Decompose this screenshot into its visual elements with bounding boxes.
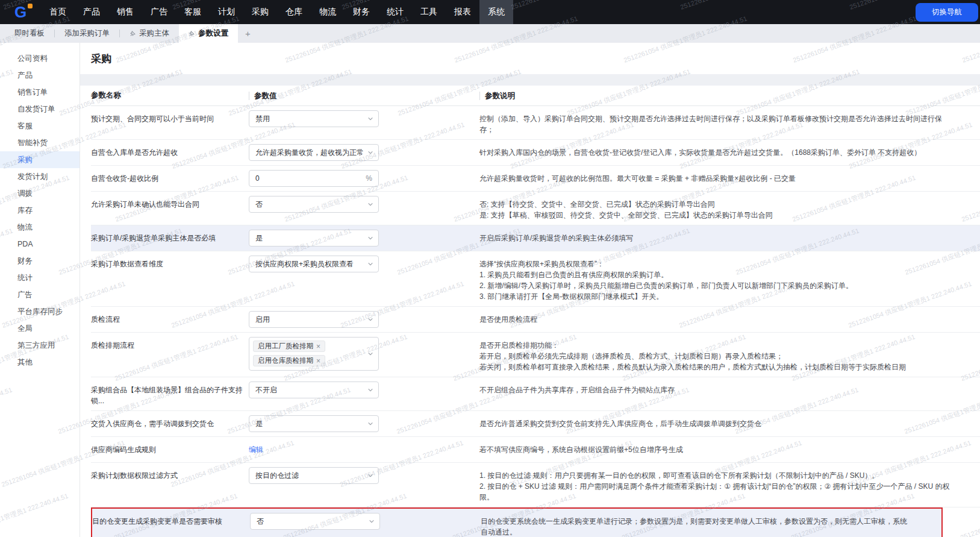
nav-item-广告[interactable]: 广告 [142, 0, 176, 24]
param-name: 预计交期、合同交期可以小于当前时间 [91, 110, 245, 124]
param-value-select[interactable]: 不开启 [249, 382, 379, 398]
title-section: 采购 [80, 43, 980, 74]
sidebar-item-PDA[interactable]: PDA [0, 236, 80, 253]
chevron-down-icon [367, 421, 373, 427]
param-value-select[interactable]: 按目的仓过滤 [249, 467, 379, 484]
tab-参数设置[interactable]: 参数设置 [179, 24, 238, 43]
switch-nav-button[interactable]: 切换导航 [916, 3, 978, 22]
param-desc: 不开启组合品子件为共享库存，开启组合品子件为锁站点库存 [479, 382, 952, 395]
table-row: 自营仓入库单是否允许超收允许超采购量收货，超收视为正常品针对采购入库国内仓的场景… [91, 140, 980, 166]
sidebar-item-发货计划[interactable]: 发货计划 [0, 168, 80, 185]
nav-item-统计[interactable]: 统计 [378, 0, 412, 24]
tab-添加采购订单[interactable]: 添加采购订单 [55, 24, 119, 43]
param-desc-cell: 若不填写供应商编号，系统自动根据设置前缀+5位自增序号生成 [479, 441, 980, 455]
sidebar-item-智能补货[interactable]: 智能补货 [0, 134, 80, 151]
param-value-select[interactable]: 否 [250, 513, 380, 530]
header-param-name: 参数名称 [91, 90, 249, 101]
chevron-down-icon [367, 201, 373, 207]
tab-label: 即时看板 [14, 28, 45, 39]
param-name-cell: 采购订单数据查看维度 [91, 256, 249, 269]
param-name-cell: 质检排期流程 [91, 337, 249, 351]
nav-item-销售[interactable]: 销售 [108, 0, 142, 24]
param-value-select[interactable]: 是 [249, 230, 379, 247]
nav-item-报表[interactable]: 报表 [446, 0, 479, 24]
sidebar-item-公司资料[interactable]: 公司资料 [0, 50, 80, 67]
sidebar-item-自发货订单[interactable]: 自发货订单 [0, 101, 80, 118]
param-desc-cell: 不开启组合品子件为共享库存，开启组合品子件为锁站点库存 [479, 382, 980, 395]
nav-item-物流[interactable]: 物流 [311, 0, 345, 24]
param-value-input[interactable]: 0% [249, 170, 379, 187]
tab-采购主体[interactable]: 采购主体 [120, 24, 179, 43]
tab-即时看板[interactable]: 即时看板 [5, 24, 54, 43]
page-title: 采购 [91, 52, 111, 66]
edit-link[interactable]: 编辑 [249, 445, 263, 454]
remove-tag-icon[interactable]: × [316, 342, 320, 351]
select-value: 允许超采购量收货，超收视为正常品 [255, 148, 364, 158]
param-value-cell: 0% [249, 170, 479, 187]
add-tab-button[interactable]: + [238, 24, 258, 43]
param-name-cell: 质检流程 [91, 311, 249, 325]
param-value-select[interactable]: 否 [249, 196, 379, 213]
nav-item-产品[interactable]: 产品 [75, 0, 108, 24]
table-row: 采购组合品【本地组装场景】组合品的子件支持锁...不开启不开启组合品子件为共享库… [91, 377, 980, 411]
sidebar-item-物流[interactable]: 物流 [0, 219, 80, 236]
remove-tag-icon[interactable]: × [316, 357, 320, 365]
sidebar-item-全局[interactable]: 全局 [0, 320, 80, 337]
nav-item-财务[interactable]: 财务 [345, 0, 378, 24]
app-logo[interactable]: G [0, 0, 41, 24]
sidebar-item-平台库存同步[interactable]: 平台库存同步 [0, 303, 80, 320]
nav-item-首页[interactable]: 首页 [41, 0, 75, 24]
pin-icon [189, 30, 195, 37]
param-value-select[interactable]: 按供应商权限+采购员权限查看 [249, 256, 379, 272]
nav-item-客服[interactable]: 客服 [176, 0, 210, 24]
tag-label: 启用工厂质检排期 [258, 342, 313, 351]
select-value: 否 [257, 517, 264, 527]
select-value: 否 [255, 199, 263, 210]
sidebar-item-调拨[interactable]: 调拨 [0, 185, 80, 202]
param-desc: 若不填写供应商编号，系统自动根据设置前缀+5位自增序号生成 [479, 441, 952, 455]
main-content: 采购 参数名称 参数值 参数说明 预计交期、合同交期可以小于当前时间禁用控制（添… [80, 43, 980, 537]
chevron-down-icon [367, 473, 373, 479]
param-value-select[interactable]: 允许超采购量收货，超收视为正常品 [249, 144, 379, 161]
sidebar-item-其他[interactable]: 其他 [0, 354, 80, 371]
param-desc: 是否使用质检流程 [479, 311, 952, 325]
desc-line: 是: 支持【草稿、审核驳回、待交货、交货中、全部交货、已完成】状态的采购订单导出… [479, 210, 952, 221]
settings-table: 参数名称 参数值 参数说明 预计交期、合同交期可以小于当前时间禁用控制（添加、导… [80, 86, 980, 537]
param-value-select[interactable]: 禁用 [249, 110, 379, 127]
desc-line: 是否开启质检排期功能： [479, 340, 952, 351]
sidebar-item-产品[interactable]: 产品 [0, 67, 80, 84]
sidebar-item-财务[interactable]: 财务 [0, 253, 80, 269]
input-value: 0 [255, 174, 260, 183]
param-value-select[interactable]: 是 [249, 415, 379, 432]
nav-item-计划[interactable]: 计划 [210, 0, 243, 24]
select-value: 禁用 [255, 114, 270, 124]
param-desc: 否: 支持【待交货、交货中、全部交货、已完成】状态的采购订单导出合同是: 支持【… [479, 196, 952, 221]
param-name: 自营仓入库单是否允许超收 [91, 144, 245, 158]
sidebar-item-销售订单[interactable]: 销售订单 [0, 84, 80, 101]
param-value-select[interactable]: 启用 [249, 311, 379, 328]
param-value-cell: 否 [250, 513, 481, 530]
selected-tag: 启用工厂质检排期× [253, 341, 325, 352]
desc-line: 若不填写供应商编号，系统自动根据设置前缀+5位自增序号生成 [479, 444, 952, 455]
desc-line: 1. 按目的仓过滤 规则：用户只要拥有某一目的仓的权限，即可查看该目的仓下所有采… [479, 470, 952, 481]
nav-item-系统[interactable]: 系统 [479, 0, 513, 24]
sidebar-item-统计[interactable]: 统计 [0, 269, 80, 286]
param-name: 质检流程 [91, 311, 245, 325]
param-name: 质检排期流程 [91, 337, 245, 351]
nav-item-采购[interactable]: 采购 [243, 0, 277, 24]
sidebar-item-广告[interactable]: 广告 [0, 286, 80, 303]
table-header: 参数名称 参数值 参数说明 [91, 86, 980, 106]
sidebar: 公司资料产品销售订单自发货订单客服智能补货采购发货计划调拨库存物流PDA财务统计… [0, 43, 80, 537]
sidebar-item-第三方应用[interactable]: 第三方应用 [0, 337, 80, 354]
sidebar-item-库存[interactable]: 库存 [0, 202, 80, 219]
param-value-cell: 编辑 [249, 441, 479, 458]
sidebar-item-客服[interactable]: 客服 [0, 118, 80, 134]
param-value-cell: 允许超采购量收货，超收视为正常品 [249, 144, 479, 161]
chevron-down-icon [367, 235, 373, 241]
sidebar-item-采购[interactable]: 采购 [0, 151, 80, 168]
param-value-multiselect[interactable]: 启用工厂质检排期×启用仓库质检排期× [249, 337, 379, 371]
nav-item-仓库[interactable]: 仓库 [277, 0, 311, 24]
desc-line: 若开启，则质检单必须先完成排期（选择质检员、质检方式、计划质检日期）再录入质检结… [479, 351, 952, 362]
select-value: 按供应商权限+采购员权限查看 [255, 259, 354, 269]
nav-item-工具[interactable]: 工具 [412, 0, 446, 24]
